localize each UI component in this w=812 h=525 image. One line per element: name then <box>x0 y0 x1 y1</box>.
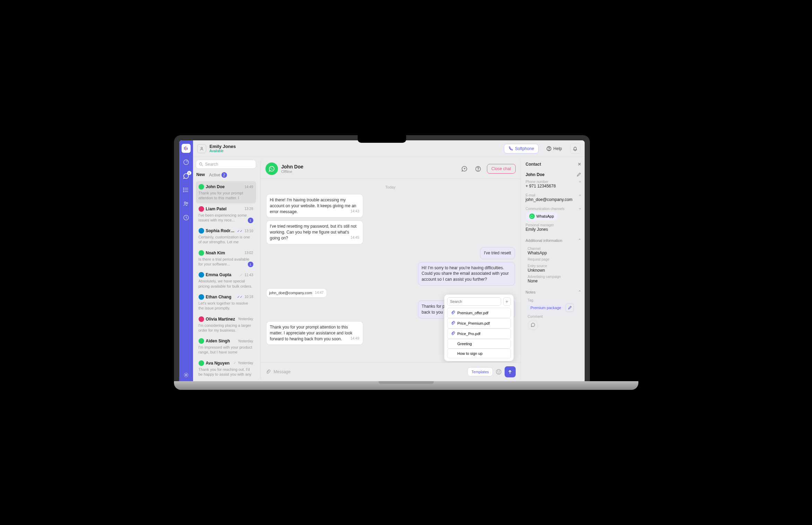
conversation-list: Search New Active2 John Doe14:49Thank yo… <box>193 157 259 383</box>
current-user-status: Available <box>210 149 236 153</box>
template-item[interactable]: Price_Premium.pdf <box>447 318 511 329</box>
templates-button[interactable]: Templates <box>468 367 492 376</box>
template-item[interactable]: Price_Pro.pdf <box>447 329 511 339</box>
conversation-item[interactable]: Emma Gupta✓11:43Absolutely, we have spec… <box>196 269 256 291</box>
conversation-item[interactable]: Olivia MartinezYesterdayI'm considering … <box>196 314 256 336</box>
svg-point-22 <box>497 371 498 371</box>
app-logo-icon[interactable] <box>182 144 191 153</box>
conversation-item[interactable]: Noah Kim13:02Is there a trial period ava… <box>196 247 256 270</box>
templates-search-input[interactable] <box>447 297 501 306</box>
day-separator: Today <box>266 185 515 189</box>
emoji-button[interactable] <box>496 369 502 375</box>
message-row: I've tried resett <box>266 247 515 259</box>
contacts-icon[interactable] <box>182 199 191 208</box>
conversation-item[interactable]: Aiden SinghYesterdayI'm impressed with y… <box>196 335 256 358</box>
channel-chip[interactable]: WhatsApp <box>526 212 558 220</box>
message-incoming: I've tried resetting my password, but it… <box>266 220 363 244</box>
tag-chip[interactable]: Premium package <box>528 304 564 311</box>
svg-point-10 <box>184 202 186 204</box>
history-icon[interactable] <box>182 213 191 222</box>
svg-point-17 <box>199 163 202 165</box>
svg-point-7 <box>183 188 184 189</box>
add-email-icon[interactable]: + <box>579 193 581 197</box>
chat-contact-status: Offline <box>281 169 304 174</box>
message-input[interactable]: Message <box>274 369 291 374</box>
transfer-chat-icon[interactable] <box>459 164 470 174</box>
user-avatar-icon[interactable] <box>197 144 206 153</box>
svg-point-9 <box>183 191 184 192</box>
close-contact-icon[interactable]: ✕ <box>578 162 581 167</box>
svg-point-20 <box>478 170 478 170</box>
chat-icon[interactable]: 1 <box>182 172 191 181</box>
svg-point-23 <box>499 371 499 371</box>
phone-label: Phone number <box>526 180 549 184</box>
chat-pane: John Doe Offline Close chat Today Hi the… <box>260 159 521 381</box>
svg-point-13 <box>185 374 187 376</box>
search-input[interactable]: Search <box>196 160 256 169</box>
message-info: john_doe@company.com14:47 <box>266 288 327 298</box>
list-icon[interactable] <box>182 185 191 194</box>
message-row: I've tried resetting my password, but it… <box>266 220 515 244</box>
chat-contact-name: John Doe <box>281 164 304 169</box>
message-row: Hi there! I'm having trouble accessing m… <box>266 194 515 218</box>
tab-active[interactable]: Active2 <box>209 172 227 178</box>
message-outgoing: I've tried resett <box>480 247 515 259</box>
additional-info-toggle[interactable]: Additional information⌃ <box>526 237 581 244</box>
svg-line-18 <box>202 165 203 166</box>
contact-panel: Contact ✕ John Doe Phone number+ + 971 1… <box>522 157 585 383</box>
message-outgoing: Hi! I'm sorry to hear you're having diff… <box>418 262 515 286</box>
email-label: E-mail <box>526 193 535 197</box>
svg-rect-2 <box>187 148 187 150</box>
notes-toggle[interactable]: Notes⌃ <box>526 288 581 296</box>
contact-email: john_doe@company.com <box>526 197 581 202</box>
message-incoming: Hi there! I'm having trouble accessing m… <box>266 194 363 218</box>
attach-icon[interactable] <box>265 369 271 375</box>
conversation-item[interactable]: John Doe14:49Thank you for your prompt a… <box>196 181 256 203</box>
send-button[interactable] <box>505 366 516 377</box>
conversation-item[interactable]: Sophia Rodriguez✓✓13:10Certainly, custom… <box>196 225 256 247</box>
svg-point-14 <box>201 147 202 148</box>
manager-label: Personal manager <box>526 223 581 227</box>
edit-tag-button[interactable] <box>566 304 574 312</box>
add-comment-button[interactable] <box>528 320 538 330</box>
svg-point-16 <box>549 150 549 150</box>
message-incoming: Thank you for your prompt attention to t… <box>266 321 363 345</box>
svg-rect-0 <box>184 147 185 150</box>
contact-name: John Doe <box>526 172 545 177</box>
topbar: Emily Jones Available Softphone Help <box>193 140 585 157</box>
nav-rail: 1 <box>179 140 193 383</box>
conversation-item[interactable]: Ethan Chang✓✓10:18Let's work together to… <box>196 291 256 314</box>
conversation-item[interactable]: Ava Nguyen✓YesterdayThank you for reachi… <box>196 358 256 380</box>
tab-new[interactable]: New <box>197 172 205 178</box>
chat-badge: 1 <box>187 171 191 175</box>
notifications-button[interactable] <box>570 143 580 154</box>
add-template-button[interactable]: + <box>503 297 511 306</box>
chat-help-icon[interactable] <box>473 164 483 174</box>
softphone-button[interactable]: Softphone <box>504 144 539 154</box>
svg-point-11 <box>186 202 188 204</box>
contact-phone: + 971 12345678 <box>526 184 581 189</box>
channels-label: Communication channels <box>526 207 565 211</box>
current-user-name: Emily Jones <box>210 144 236 149</box>
svg-point-8 <box>183 190 184 190</box>
close-chat-button[interactable]: Close chat <box>487 164 516 174</box>
message-row: Hi! I'm sorry to hear you're having diff… <box>266 262 515 286</box>
templates-popover: + Premium_offer.pdfPrice_Premium.pdfPric… <box>444 295 514 361</box>
help-button[interactable]: Help <box>542 144 567 154</box>
conversation-item[interactable]: Liam Patel13:28I've been experiencing so… <box>196 203 256 226</box>
svg-point-21 <box>496 369 501 374</box>
whatsapp-icon <box>265 163 278 175</box>
template-item[interactable]: Premium_offer.pdf <box>447 308 511 318</box>
add-phone-icon[interactable]: + <box>579 180 581 184</box>
add-channel-icon[interactable]: + <box>579 207 581 211</box>
contact-header: Contact <box>526 162 541 167</box>
settings-icon[interactable] <box>182 370 191 379</box>
template-item[interactable]: Greeting <box>447 339 511 349</box>
svg-rect-1 <box>185 146 186 150</box>
template-item[interactable]: How to sign up <box>447 349 511 358</box>
contact-manager: Emily Jones <box>526 227 581 232</box>
dashboard-icon[interactable] <box>182 158 191 167</box>
edit-contact-icon[interactable] <box>576 172 581 177</box>
